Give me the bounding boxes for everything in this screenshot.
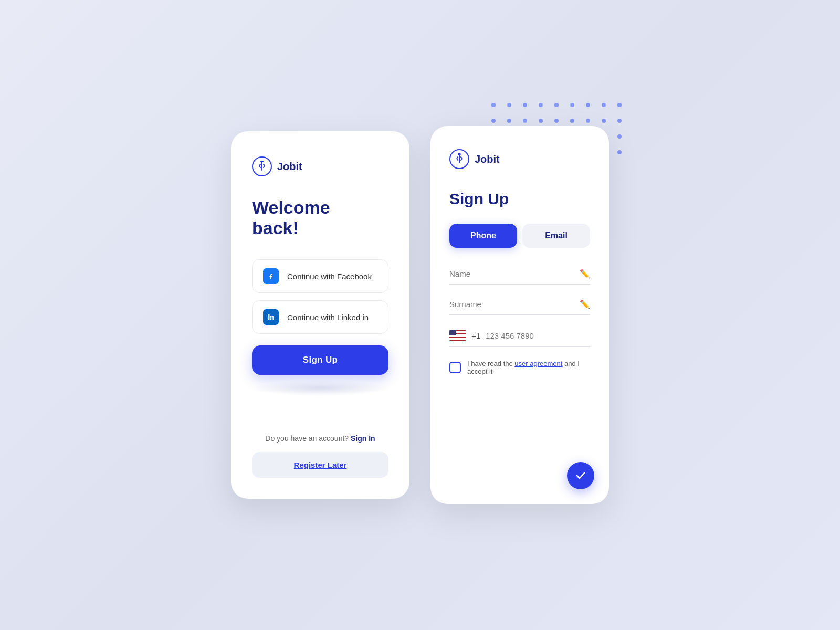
- svg-point-11: [602, 103, 606, 107]
- svg-point-39: [617, 150, 622, 154]
- name-edit-icon: ✏️: [580, 269, 590, 279]
- svg-point-9: [570, 103, 574, 107]
- tab-group: Phone Email: [449, 224, 590, 248]
- shadow-blob: [252, 380, 388, 396]
- svg-point-13: [491, 119, 496, 123]
- jobit-logo-right: [449, 149, 469, 169]
- svg-point-5: [507, 103, 511, 107]
- facebook-button[interactable]: Continue with Facebook: [252, 259, 388, 293]
- svg-point-14: [507, 119, 511, 123]
- welcome-heading: Welcome back!: [252, 197, 388, 238]
- svg-point-15: [523, 119, 527, 123]
- svg-point-7: [539, 103, 543, 107]
- tab-phone[interactable]: Phone: [449, 224, 517, 248]
- svg-point-8: [554, 103, 559, 107]
- svg-point-6: [523, 103, 527, 107]
- svg-point-30: [617, 134, 622, 139]
- agreement-row: I have read the user agreement and I acc…: [449, 360, 590, 375]
- name-input[interactable]: [449, 269, 580, 278]
- surname-edit-icon: ✏️: [580, 299, 590, 309]
- right-wrapper: Jobit Sign Up Phone Email ✏️ ✏️: [430, 126, 609, 504]
- svg-point-17: [554, 119, 559, 123]
- logo-row-left: Jobit: [252, 156, 388, 176]
- facebook-icon: [263, 268, 279, 284]
- svg-point-20: [602, 119, 606, 123]
- svg-point-10: [586, 103, 590, 107]
- phone-row: +1: [449, 324, 590, 347]
- agreement-text: I have read the user agreement and I acc…: [467, 360, 590, 375]
- signin-prompt: Do you have an account? Sign In: [252, 434, 388, 443]
- linkedin-icon: [263, 309, 279, 325]
- us-flag: [449, 330, 466, 341]
- svg-point-4: [491, 103, 496, 107]
- phone-input[interactable]: [486, 331, 590, 340]
- logo-text-right: Jobit: [475, 153, 500, 165]
- surname-field-row: ✏️: [449, 294, 590, 315]
- signup-card: Jobit Sign Up Phone Email ✏️ ✏️: [430, 126, 609, 504]
- signup-heading: Sign Up: [449, 190, 590, 208]
- svg-point-18: [570, 119, 574, 123]
- linkedin-button[interactable]: Continue with Linked in: [252, 300, 388, 334]
- agreement-checkbox[interactable]: [449, 362, 461, 373]
- screens-container: Jobit Welcome back! Continue with Facebo…: [231, 126, 609, 504]
- submit-fab-button[interactable]: [567, 462, 594, 489]
- svg-rect-2: [268, 316, 270, 320]
- jobit-logo-left: [252, 156, 272, 176]
- svg-point-3: [268, 314, 270, 316]
- user-agreement-link[interactable]: user agreement: [514, 360, 562, 368]
- name-field-row: ✏️: [449, 264, 590, 285]
- svg-point-19: [586, 119, 590, 123]
- svg-point-21: [617, 119, 622, 123]
- svg-point-12: [617, 103, 622, 107]
- logo-row-right: Jobit: [449, 149, 590, 169]
- country-code: +1: [471, 331, 480, 340]
- register-later-button[interactable]: Register Later: [252, 452, 388, 478]
- login-card: Jobit Welcome back! Continue with Facebo…: [231, 131, 410, 499]
- signin-link[interactable]: Sign In: [351, 434, 375, 443]
- svg-point-16: [539, 119, 543, 123]
- signup-button-left[interactable]: Sign Up: [252, 345, 388, 375]
- logo-text-left: Jobit: [277, 161, 302, 173]
- tab-email[interactable]: Email: [522, 224, 590, 248]
- surname-input[interactable]: [449, 300, 580, 309]
- checkmark-icon: [574, 469, 587, 482]
